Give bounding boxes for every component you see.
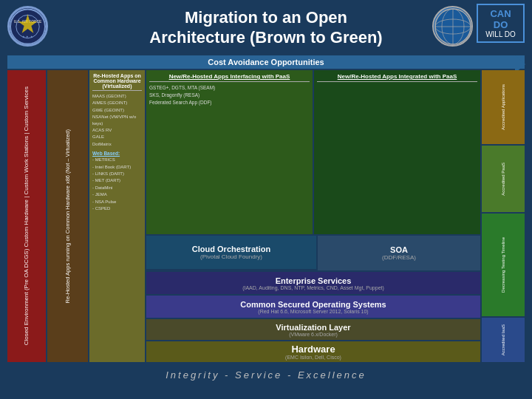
accredited-applications: Accredited Applications [482, 70, 525, 144]
cloud-title: Cloud Orchestration [152, 245, 310, 253]
list-item: MAAS (GEOINT) [92, 93, 142, 99]
af-logo: U.S. AIR FORCE ★ ★ ★ [7, 6, 48, 47]
list-item: GSTEG+, DGTS, MTA (SEAM) [149, 84, 310, 92]
enterprise-title: Enterprise Services [152, 276, 474, 285]
hw-title: Hardware [152, 344, 474, 355]
main-content: Closed Environment (Pre OA DCGS) Custom … [7, 70, 525, 362]
rehost-apps-column: Re-Hosted Apps on Common Hardware (Virtu… [89, 70, 145, 362]
cloud-subtitle: (Pivotal Cloud Foundry) [152, 253, 310, 260]
rehost-apps-content: MAAS (GEOINT) AIMES (GEOINT) GWE (GEOINT… [92, 93, 142, 212]
interfacing-title: New/Re-Hosted Apps Interfacing with PaaS [149, 73, 310, 82]
list-item: ACAS RV [92, 127, 142, 133]
common-os-subtitle: (Red Hat 6.6, Microsoft Server 2012, Sol… [152, 309, 474, 314]
top-columns: New/Re-Hosted Apps Interfacing with PaaS… [146, 70, 480, 234]
list-item: - METRICS [92, 157, 142, 163]
integrated-title: New/Re-Hosted Apps Integrated with PaaS [317, 73, 477, 82]
list-item: GALE [92, 134, 142, 140]
virt-title: Virtualization Layer [152, 323, 474, 332]
accredited-paas: Accredited PaaS [482, 146, 525, 212]
hw-subtitle: (EMC Isilon, Dell, Cisco) [152, 355, 474, 360]
list-item: - LINKS (DART) [92, 171, 142, 177]
soa-block: SOA (DDF/RESA) [318, 236, 480, 270]
rehost-apps-title: Re-Hosted Apps on Common Hardware (Virtu… [92, 73, 142, 91]
list-item: GWE (GEOINT) [92, 107, 142, 113]
right-sidebar: Accredited Applications Accredited PaaS … [482, 70, 525, 362]
rehost-hardware-column: Re-Hosted Apps running on Common Hardwar… [47, 70, 88, 362]
list-item: NSANet (VM/VPN w/o keys) [92, 114, 142, 126]
header: U.S. AIR FORCE ★ ★ ★ Migration to an Ope… [0, 0, 532, 55]
footer-text: Integrity - Service - Excellence [166, 369, 366, 381]
cloud-orchestration-block: Cloud Orchestration (Pivotal Cloud Found… [146, 236, 316, 269]
svg-text:★ ★ ★: ★ ★ ★ [22, 34, 33, 38]
list-item: AIMES (GEOINT) [92, 100, 142, 106]
closed-environment-column: Closed Environment (Pre OA DCGS) Custom … [7, 70, 46, 362]
cost-avoidance-banner: Cost Avoidance Opportunities [7, 55, 525, 69]
hardware-block: Hardware (EMC Isilon, Dell, Cisco) [146, 341, 480, 362]
page-title: Migration to an Open Architecture (Brown… [149, 8, 382, 47]
list-item: DotMatrix [92, 141, 142, 147]
cloud-soa-row: Cloud Orchestration (Pivotal Cloud Found… [146, 236, 480, 270]
new-rehosted-interfacing-col: New/Re-Hosted Apps Interfacing with PaaS… [146, 70, 313, 234]
list-item: - MET (DART) [92, 177, 142, 183]
accredited-iaas: Accredited IaaS [482, 318, 525, 362]
list-item: - JEMA [92, 191, 142, 197]
slide: U.S. AIR FORCE ★ ★ ★ Migration to an Ope… [0, 0, 532, 399]
soa-title: SOA [390, 245, 408, 254]
list-item: Federated Search App (DDF) [149, 99, 310, 106]
common-os-block: Common Secured Operating Systems (Red Ha… [146, 296, 480, 318]
enterprise-services-block: Enterprise Services (IAAD, Auditing, DNS… [146, 272, 480, 294]
enterprise-subtitle: (IAAD, Auditing, DNS, NTP, Metrics, CND,… [152, 285, 474, 290]
web-based-label: Web Based: [92, 150, 142, 157]
list-item: SKS, Dragonfly (RESA) [149, 92, 310, 99]
list-item: - NSA Pulse [92, 199, 142, 205]
common-os-title: Common Secured Operating Systems [152, 300, 474, 309]
footer: Integrity - Service - Excellence [0, 366, 532, 384]
main-stack: New/Re-Hosted Apps Interfacing with PaaS… [146, 70, 480, 362]
list-item: - Intel Book (DART) [92, 164, 142, 170]
decreasing-timeline: Decreasing Testing Timeline [482, 214, 525, 316]
rehost-hardware-label: Re-Hosted Apps running on Common Hardwar… [64, 129, 72, 303]
virt-layer-block: Virtualization Layer (VMware 6.x/Docker) [146, 319, 480, 340]
can-do-badge: CAN DO WILL DO [477, 4, 525, 43]
list-item: - DataMini [92, 185, 142, 191]
new-rehosted-integrated-col: New/Re-Hosted Apps Integrated with PaaS [314, 70, 480, 234]
list-item: - CSPED [92, 205, 142, 211]
soa-subtitle: (DDF/RESA) [382, 254, 416, 261]
interfacing-content: GSTEG+, DGTS, MTA (SEAM) SKS, Dragonfly … [149, 84, 310, 106]
virt-subtitle: (VMware 6.x/Docker) [152, 332, 474, 337]
globe-logo [432, 6, 473, 47]
closed-environment-label: Closed Environment (Pre OA DCGS) Custom … [23, 86, 30, 345]
